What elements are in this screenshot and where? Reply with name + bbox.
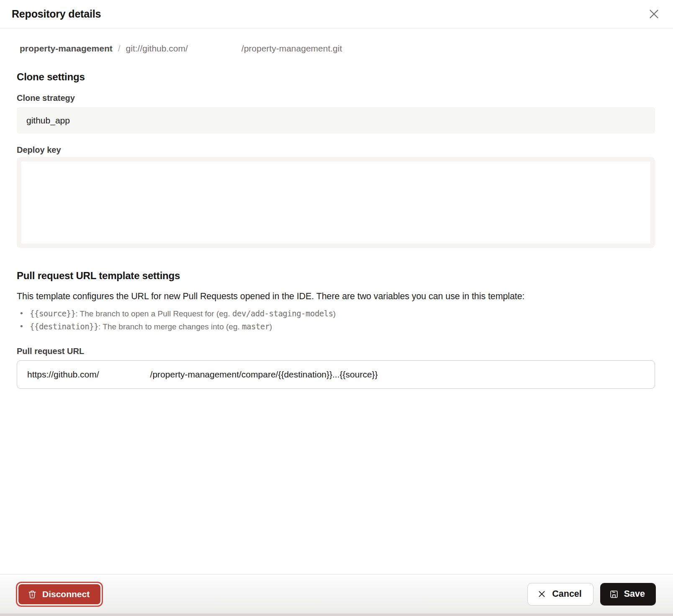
page-bottom-edge [0, 613, 673, 616]
source-variable-code: {{source}} [30, 309, 75, 318]
footer-actions: Cancel Save [527, 583, 656, 606]
cancel-button[interactable]: Cancel [527, 583, 593, 606]
modal-body: property-management / git://github.com/ … [0, 44, 673, 389]
pr-template-heading: Pull request URL template settings [17, 270, 655, 282]
clone-strategy-label: Clone strategy [17, 93, 655, 103]
close-icon [647, 8, 660, 21]
breadcrumb-separator: / [118, 44, 121, 54]
source-variable-suffix: ) [333, 309, 336, 318]
cancel-button-label: Cancel [552, 589, 582, 599]
destination-variable-text: : The branch to merge changes into (eg. [98, 322, 242, 331]
list-item: {{destination}}: The branch to merge cha… [17, 320, 655, 333]
repo-url-prefix: git://github.com/ [126, 44, 188, 54]
save-button-label: Save [624, 589, 645, 599]
pr-url-value-suffix: /property-management/compare/{{destinati… [150, 370, 378, 380]
source-variable-text: : The branch to open a Pull Request for … [75, 309, 232, 318]
disconnect-button[interactable]: Disconnect [18, 584, 100, 604]
close-button[interactable] [646, 7, 661, 22]
pull-request-url-label: Pull request URL [17, 346, 655, 356]
save-floppy-icon [609, 590, 619, 599]
breadcrumb: property-management / git://github.com/ … [17, 44, 655, 54]
destination-variable-example: master [242, 322, 270, 331]
page-title: Repository details [12, 8, 101, 20]
modal-header: Repository details [0, 0, 673, 28]
disconnect-button-label: Disconnect [42, 589, 90, 599]
disconnect-focus-ring: Disconnect [16, 582, 103, 607]
save-button[interactable]: Save [600, 583, 656, 606]
pull-request-url-input[interactable]: https://github.com/ /property-management… [17, 360, 655, 389]
source-variable-example: dev/add-staging-models [232, 309, 333, 318]
repo-name: property-management [20, 44, 113, 54]
clone-strategy-field[interactable]: github_app [17, 107, 655, 133]
repo-url-suffix: /property-management.git [241, 44, 342, 54]
pr-template-variables-list: {{source}}: The branch to open a Pull Re… [17, 307, 655, 333]
cancel-x-icon [537, 590, 546, 598]
destination-variable-code: {{destination}} [30, 322, 98, 331]
deploy-key-textarea[interactable] [17, 157, 655, 248]
trash-icon [28, 590, 37, 599]
list-item: {{source}}: The branch to open a Pull Re… [17, 307, 655, 320]
pr-url-value-prefix: https://github.com/ [27, 370, 99, 380]
pr-template-description: This template configures the URL for new… [17, 291, 655, 302]
clone-settings-heading: Clone settings [17, 71, 655, 83]
deploy-key-label: Deploy key [17, 145, 655, 155]
destination-variable-suffix: ) [270, 322, 272, 331]
clone-strategy-value: github_app [26, 116, 70, 126]
modal-footer: Disconnect Cancel Save [0, 574, 673, 616]
